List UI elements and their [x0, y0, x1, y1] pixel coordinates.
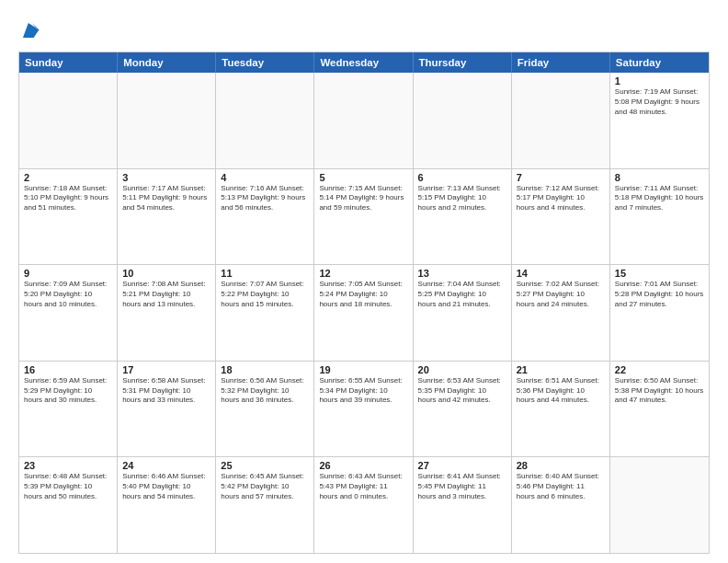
header-day-wednesday: Wednesday [314, 52, 413, 73]
day-number: 7 [517, 172, 605, 183]
header-day-thursday: Thursday [414, 52, 512, 73]
day-number: 9 [24, 268, 112, 279]
cell-info: Sunrise: 7:17 AM Sunset: 5:11 PM Dayligh… [122, 184, 210, 213]
day-number: 2 [24, 172, 112, 183]
cell-info: Sunrise: 7:04 AM Sunset: 5:25 PM Dayligh… [418, 280, 506, 309]
calendar-cell-r1-c2: 4Sunrise: 7:16 AM Sunset: 5:13 PM Daylig… [216, 169, 314, 265]
cell-info: Sunrise: 7:12 AM Sunset: 5:17 PM Dayligh… [517, 184, 605, 213]
header-day-tuesday: Tuesday [216, 52, 314, 73]
day-number: 14 [517, 268, 605, 279]
day-number: 23 [24, 460, 112, 471]
day-number: 4 [221, 172, 309, 183]
cell-info: Sunrise: 6:51 AM Sunset: 5:36 PM Dayligh… [517, 376, 605, 406]
calendar-cell-r0-c3 [314, 73, 413, 168]
calendar-cell-r1-c5: 7Sunrise: 7:12 AM Sunset: 5:17 PM Daylig… [512, 169, 610, 265]
cell-info: Sunrise: 7:11 AM Sunset: 5:18 PM Dayligh… [615, 184, 704, 213]
header-day-monday: Monday [118, 52, 216, 73]
cell-info: Sunrise: 7:07 AM Sunset: 5:22 PM Dayligh… [221, 280, 309, 309]
day-number: 16 [24, 364, 112, 375]
calendar-cell-r3-c0: 16Sunrise: 6:59 AM Sunset: 5:29 PM Dayli… [19, 362, 118, 457]
calendar-cell-r3-c6: 22Sunrise: 6:50 AM Sunset: 5:38 PM Dayli… [610, 362, 709, 457]
calendar-row-4: 23Sunrise: 6:48 AM Sunset: 5:39 PM Dayli… [19, 456, 709, 553]
calendar-row-3: 16Sunrise: 6:59 AM Sunset: 5:29 PM Dayli… [19, 361, 709, 457]
calendar-cell-r4-c4: 27Sunrise: 6:41 AM Sunset: 5:45 PM Dayli… [414, 457, 512, 553]
cell-info: Sunrise: 7:19 AM Sunset: 5:08 PM Dayligh… [615, 87, 704, 117]
calendar-cell-r0-c2 [216, 73, 314, 168]
day-number: 22 [615, 364, 704, 375]
cell-info: Sunrise: 6:48 AM Sunset: 5:39 PM Dayligh… [24, 472, 112, 501]
calendar-cell-r2-c3: 12Sunrise: 7:05 AM Sunset: 5:24 PM Dayli… [314, 265, 413, 361]
calendar-cell-r2-c5: 14Sunrise: 7:02 AM Sunset: 5:27 PM Dayli… [512, 265, 610, 361]
day-number: 20 [418, 364, 506, 375]
calendar-cell-r4-c5: 28Sunrise: 6:40 AM Sunset: 5:46 PM Dayli… [512, 457, 610, 553]
calendar-cell-r3-c1: 17Sunrise: 6:58 AM Sunset: 5:31 PM Dayli… [118, 362, 216, 457]
calendar-cell-r3-c4: 20Sunrise: 6:53 AM Sunset: 5:35 PM Dayli… [414, 362, 512, 457]
cell-info: Sunrise: 6:40 AM Sunset: 5:46 PM Dayligh… [517, 472, 605, 501]
cell-info: Sunrise: 7:02 AM Sunset: 5:27 PM Dayligh… [517, 280, 605, 309]
calendar-cell-r4-c2: 25Sunrise: 6:45 AM Sunset: 5:42 PM Dayli… [216, 457, 314, 553]
cell-info: Sunrise: 7:15 AM Sunset: 5:14 PM Dayligh… [319, 184, 407, 213]
header-day-sunday: Sunday [19, 52, 118, 73]
cell-info: Sunrise: 6:59 AM Sunset: 5:29 PM Dayligh… [24, 376, 112, 406]
day-number: 21 [517, 364, 605, 375]
day-number: 11 [221, 268, 309, 279]
calendar-cell-r0-c4 [414, 73, 512, 168]
calendar-cell-r3-c5: 21Sunrise: 6:51 AM Sunset: 5:36 PM Dayli… [512, 362, 610, 457]
calendar-cell-r2-c6: 15Sunrise: 7:01 AM Sunset: 5:28 PM Dayli… [610, 265, 709, 361]
calendar-body: 1Sunrise: 7:19 AM Sunset: 5:08 PM Daylig… [19, 73, 709, 553]
cell-info: Sunrise: 6:41 AM Sunset: 5:45 PM Dayligh… [418, 472, 506, 501]
calendar-cell-r3-c3: 19Sunrise: 6:55 AM Sunset: 5:34 PM Dayli… [314, 362, 413, 457]
day-number: 8 [615, 172, 704, 183]
calendar-cell-r3-c2: 18Sunrise: 6:56 AM Sunset: 5:32 PM Dayli… [216, 362, 314, 457]
calendar-row-1: 2Sunrise: 7:18 AM Sunset: 5:10 PM Daylig… [19, 168, 709, 265]
svg-marker-0 [23, 23, 40, 38]
calendar-cell-r4-c3: 26Sunrise: 6:43 AM Sunset: 5:43 PM Dayli… [314, 457, 413, 553]
calendar-cell-r1-c1: 3Sunrise: 7:17 AM Sunset: 5:11 PM Daylig… [118, 169, 216, 265]
calendar-row-2: 9Sunrise: 7:09 AM Sunset: 5:20 PM Daylig… [19, 264, 709, 361]
calendar-cell-r0-c6: 1Sunrise: 7:19 AM Sunset: 5:08 PM Daylig… [610, 73, 709, 168]
cell-info: Sunrise: 6:55 AM Sunset: 5:34 PM Dayligh… [319, 376, 407, 406]
day-number: 17 [122, 364, 210, 375]
calendar-cell-r1-c6: 8Sunrise: 7:11 AM Sunset: 5:18 PM Daylig… [610, 169, 709, 265]
calendar-cell-r1-c4: 6Sunrise: 7:13 AM Sunset: 5:15 PM Daylig… [414, 169, 512, 265]
calendar-row-0: 1Sunrise: 7:19 AM Sunset: 5:08 PM Daylig… [19, 73, 709, 168]
page: SundayMondayTuesdayWednesdayThursdayFrid… [0, 0, 728, 563]
cell-info: Sunrise: 6:58 AM Sunset: 5:31 PM Dayligh… [122, 376, 210, 406]
header-day-friday: Friday [512, 52, 610, 73]
header [18, 17, 710, 44]
calendar-cell-r4-c6 [610, 457, 709, 553]
day-number: 18 [221, 364, 309, 375]
calendar-cell-r4-c1: 24Sunrise: 6:46 AM Sunset: 5:40 PM Dayli… [118, 457, 216, 553]
calendar-cell-r1-c3: 5Sunrise: 7:15 AM Sunset: 5:14 PM Daylig… [314, 169, 413, 265]
cell-info: Sunrise: 7:18 AM Sunset: 5:10 PM Dayligh… [24, 184, 112, 213]
day-number: 1 [615, 75, 704, 86]
cell-info: Sunrise: 7:08 AM Sunset: 5:21 PM Dayligh… [122, 280, 210, 309]
calendar: SundayMondayTuesdayWednesdayThursdayFrid… [18, 52, 710, 554]
day-number: 27 [418, 460, 506, 471]
day-number: 6 [418, 172, 506, 183]
logo [18, 20, 40, 44]
calendar-header: SundayMondayTuesdayWednesdayThursdayFrid… [19, 52, 709, 73]
day-number: 5 [319, 172, 407, 183]
day-number: 28 [517, 460, 605, 471]
cell-info: Sunrise: 7:16 AM Sunset: 5:13 PM Dayligh… [221, 184, 309, 213]
calendar-cell-r1-c0: 2Sunrise: 7:18 AM Sunset: 5:10 PM Daylig… [19, 169, 118, 265]
calendar-cell-r0-c1 [118, 73, 216, 168]
cell-info: Sunrise: 7:09 AM Sunset: 5:20 PM Dayligh… [24, 280, 112, 309]
day-number: 24 [122, 460, 210, 471]
logo-icon [20, 20, 40, 40]
day-number: 10 [122, 268, 210, 279]
cell-info: Sunrise: 6:53 AM Sunset: 5:35 PM Dayligh… [418, 376, 506, 406]
day-number: 3 [122, 172, 210, 183]
calendar-cell-r2-c1: 10Sunrise: 7:08 AM Sunset: 5:21 PM Dayli… [118, 265, 216, 361]
cell-info: Sunrise: 6:45 AM Sunset: 5:42 PM Dayligh… [221, 472, 309, 501]
day-number: 26 [319, 460, 407, 471]
cell-info: Sunrise: 7:05 AM Sunset: 5:24 PM Dayligh… [319, 280, 407, 309]
calendar-cell-r2-c4: 13Sunrise: 7:04 AM Sunset: 5:25 PM Dayli… [414, 265, 512, 361]
calendar-cell-r0-c0 [19, 73, 118, 168]
calendar-cell-r2-c0: 9Sunrise: 7:09 AM Sunset: 5:20 PM Daylig… [19, 265, 118, 361]
calendar-cell-r0-c5 [512, 73, 610, 168]
day-number: 12 [319, 268, 407, 279]
calendar-cell-r4-c0: 23Sunrise: 6:48 AM Sunset: 5:39 PM Dayli… [19, 457, 118, 553]
cell-info: Sunrise: 7:13 AM Sunset: 5:15 PM Dayligh… [418, 184, 506, 213]
